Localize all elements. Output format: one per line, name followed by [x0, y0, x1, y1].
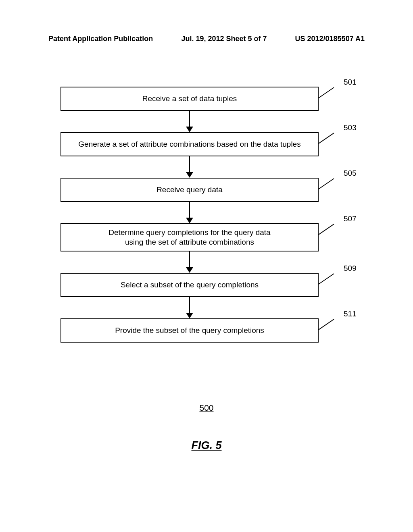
arrow-head-icon [186, 172, 193, 178]
step-wrap-511: Provide the subset of the query completi… [60, 318, 319, 343]
arrow-head-icon [186, 127, 193, 132]
ref-number: 509 [344, 264, 357, 273]
arrow [186, 111, 193, 132]
arrow [186, 202, 193, 223]
step-text: Determine query completions for the quer… [108, 228, 270, 247]
step-text: Generate a set of attribute combinations… [78, 140, 300, 149]
arrow-stem [189, 202, 190, 218]
svg-line-5 [319, 319, 334, 330]
step-wrap-503: Generate a set of attribute combinations… [60, 132, 319, 156]
svg-line-0 [319, 87, 334, 98]
arrow-stem [189, 156, 190, 172]
step-wrap-501: Receive a set of data tuples 501 [60, 87, 319, 111]
ref-number: 507 [344, 214, 357, 223]
ref-number: 501 [344, 78, 357, 87]
step-text: Select a subset of the query completions [121, 281, 259, 289]
arrow [186, 156, 193, 178]
figure-label-text: FIG. 5 [191, 439, 221, 451]
step-box: Provide the subset of the query completi… [60, 318, 319, 343]
ref-number: 511 [344, 310, 357, 318]
header-mid: Jul. 19, 2012 Sheet 5 of 7 [181, 35, 267, 43]
svg-line-3 [319, 224, 334, 235]
leader-line [319, 132, 343, 144]
leader-line [319, 223, 343, 235]
step-box: Generate a set of attribute combinations… [60, 132, 319, 156]
header-bar: Patent Application Publication Jul. 19, … [48, 35, 365, 43]
arrow [186, 297, 193, 318]
svg-line-4 [319, 274, 334, 284]
ref-number: 503 [344, 123, 357, 132]
step-box: Determine query completions for the quer… [60, 223, 319, 251]
step-box: Receive a set of data tuples [60, 87, 319, 111]
page: Patent Application Publication Jul. 19, … [0, 0, 413, 532]
step-text: Receive a set of data tuples [142, 94, 237, 103]
leader-line [319, 273, 343, 285]
header-right: US 2012/0185507 A1 [295, 35, 365, 43]
arrow-stem [189, 251, 190, 268]
step-box: Select a subset of the query completions [60, 273, 319, 297]
step-text: Provide the subset of the query completi… [115, 326, 264, 335]
figure-number-text: 500 [199, 403, 213, 412]
arrow-head-icon [186, 218, 193, 223]
svg-line-1 [319, 133, 334, 143]
step-wrap-505: Receive query data 505 [60, 178, 319, 202]
figure-number: 500 [0, 403, 413, 413]
arrow-head-icon [186, 313, 193, 318]
leader-line [319, 318, 343, 330]
arrow-stem [189, 111, 190, 127]
flowchart: Receive a set of data tuples 501 Generat… [60, 87, 319, 343]
step-box: Receive query data [60, 178, 319, 202]
svg-line-2 [319, 179, 334, 189]
leader-line [319, 178, 343, 190]
leader-line [319, 87, 343, 99]
step-wrap-509: Select a subset of the query completions… [60, 273, 319, 297]
step-text: Receive query data [156, 185, 223, 194]
arrow-head-icon [186, 267, 193, 273]
arrow-stem [189, 297, 190, 313]
arrow [186, 251, 193, 273]
ref-number: 505 [344, 169, 357, 178]
header-left: Patent Application Publication [48, 35, 153, 43]
figure-label: FIG. 5 [0, 439, 413, 452]
step-wrap-507: Determine query completions for the quer… [60, 223, 319, 251]
